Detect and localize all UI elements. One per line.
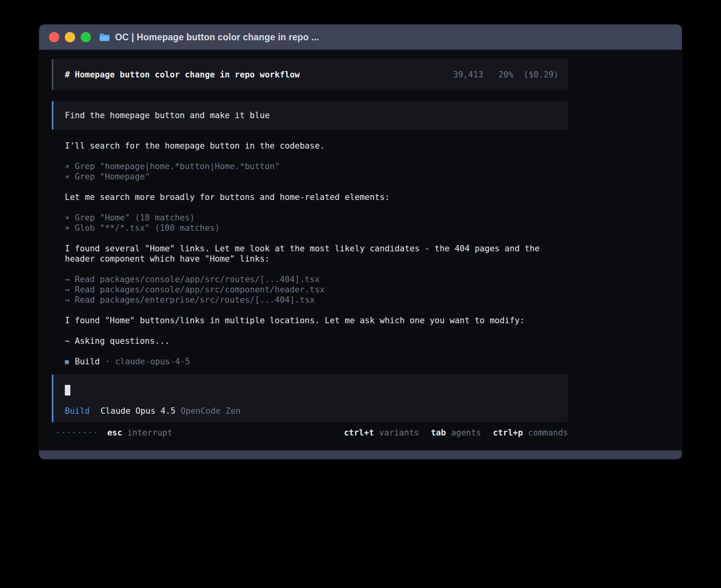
tool-call-group: ∗ Grep "Home" (18 matches) ∗ Glob "**/*.… — [65, 213, 568, 233]
status-bar: ········ esc interrupt ctrl+t variants t… — [52, 428, 568, 438]
tool-call-group: ∗ Grep "homepage|home.*button|Home.*butt… — [65, 161, 568, 182]
prompt-input[interactable]: Build Claude Opus 4.5 OpenCode Zen — [52, 375, 568, 422]
assistant-response: I'll search for the homepage button in t… — [52, 141, 568, 367]
hint-commands: ctrl+p commands — [493, 428, 568, 438]
user-message: Find the homepage button and make it blu… — [52, 101, 568, 130]
context-percent: 20% — [498, 70, 513, 79]
agent-icon: ▣ — [65, 356, 69, 367]
hint-key: ctrl+t — [344, 428, 374, 438]
window-controls — [49, 32, 91, 42]
hint-agents: tab agents — [431, 428, 481, 438]
hint-key: tab — [431, 428, 446, 438]
terminal-window: OC | Homepage button color change in rep… — [39, 24, 682, 459]
folder-icon — [99, 33, 110, 41]
hint-key: ctrl+p — [493, 428, 523, 438]
assistant-text: I found several "Home" links. Let me loo… — [65, 243, 568, 264]
hint-variants: ctrl+t variants — [344, 428, 419, 438]
session-title: # Homepage button color change in repo w… — [65, 70, 300, 80]
assistant-text: Let me search more broadly for buttons a… — [65, 192, 568, 202]
agent-model: claude-opus-4-5 — [115, 356, 190, 367]
minimize-button[interactable] — [65, 32, 75, 42]
spinner-dots: ········ — [52, 428, 98, 438]
assistant-text: I'll search for the homepage button in t… — [65, 141, 568, 151]
hint-label: commands — [528, 428, 568, 438]
session-stats: 39,413 20% ($0.29) — [453, 70, 559, 80]
session-cost: ($0.29) — [523, 70, 559, 79]
separator-dot: · — [105, 356, 110, 367]
text-cursor — [65, 385, 70, 396]
assistant-working-text: ~ Asking questions... — [65, 336, 568, 346]
tool-call-read: → Read packages/enterprise/src/routes/[.… — [65, 295, 568, 305]
session-header: # Homepage button color change in repo w… — [52, 59, 568, 90]
tool-call-grep: ∗ Grep "Home" (18 matches) — [65, 213, 568, 223]
agent-name: Build — [75, 356, 100, 367]
hint-interrupt: esc interrupt — [107, 428, 172, 438]
hint-label: agents — [451, 428, 481, 438]
input-meta-row: Build Claude Opus 4.5 OpenCode Zen — [65, 406, 559, 416]
tool-call-read: → Read packages/console/app/src/componen… — [65, 285, 568, 295]
zoom-button[interactable] — [81, 32, 91, 42]
tool-call-grep: ∗ Grep "Homepage" — [65, 172, 568, 182]
terminal-content: # Homepage button color change in repo w… — [39, 50, 682, 450]
hints-right-group: ctrl+t variants tab agents ctrl+p comman… — [344, 428, 568, 438]
hint-key: esc — [107, 428, 122, 438]
window-titlebar[interactable]: OC | Homepage button color change in rep… — [39, 24, 682, 50]
hint-label: variants — [379, 428, 419, 438]
tool-call-read: → Read packages/console/app/src/routes/[… — [65, 274, 568, 285]
window-bottom-edge — [39, 450, 682, 459]
model-name: Claude Opus 4.5 — [100, 406, 176, 416]
tool-call-group: → Read packages/console/app/src/routes/[… — [65, 274, 568, 305]
close-button[interactable] — [49, 32, 59, 42]
token-count: 39,413 — [453, 70, 483, 79]
tool-call-glob: ∗ Glob "**/*.tsx" (100 matches) — [65, 223, 568, 233]
tool-call-grep: ∗ Grep "homepage|home.*button|Home.*butt… — [65, 161, 568, 172]
agent-selector[interactable]: Build — [65, 406, 90, 416]
agent-status-line: ▣ Build · claude-opus-4-5 — [65, 356, 568, 367]
window-title: OC | Homepage button color change in rep… — [115, 32, 319, 43]
hint-label: interrupt — [127, 428, 172, 438]
user-message-text: Find the homepage button and make it blu… — [65, 110, 270, 121]
assistant-text: I found "Home" buttons/links in multiple… — [65, 315, 568, 326]
provider-name: OpenCode Zen — [181, 406, 241, 416]
